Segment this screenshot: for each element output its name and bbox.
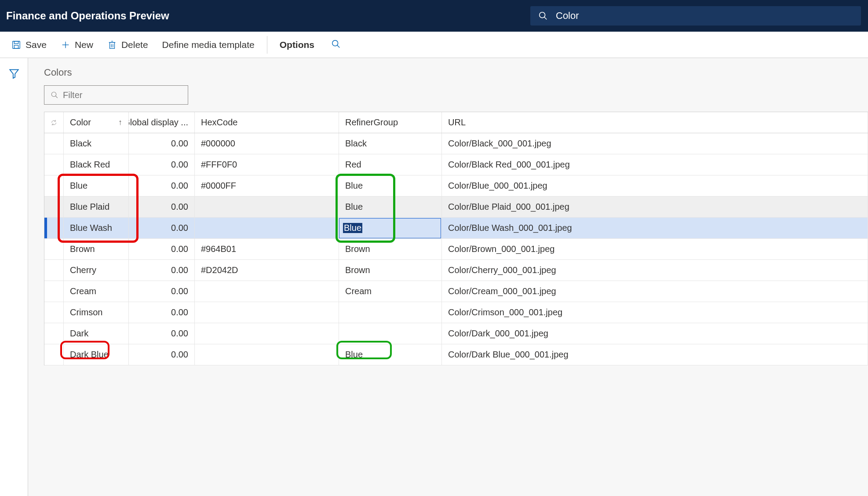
global-search[interactable] <box>530 6 861 26</box>
row-handle[interactable] <box>44 239 64 259</box>
cell-hexcode[interactable]: #FFF0F0 <box>195 154 339 175</box>
table-row[interactable]: Blue Plaid0.00BlueColor/Blue Plaid_000_0… <box>44 197 868 218</box>
cell-url[interactable]: Color/Cream_000_001.jpeg <box>442 281 868 302</box>
table-row[interactable]: Crimson0.00Color/Crimson_000_001.jpeg <box>44 302 868 323</box>
cell-hexcode[interactable] <box>195 344 339 365</box>
column-refiner[interactable]: RefinerGroup <box>339 112 442 133</box>
cell-hexcode[interactable]: #000000 <box>195 133 339 154</box>
options-button[interactable]: Options <box>273 37 321 53</box>
row-handle[interactable] <box>44 197 64 217</box>
cell-hexcode[interactable] <box>195 197 339 217</box>
cell-hexcode[interactable]: #964B01 <box>195 239 339 259</box>
cell-url[interactable]: Color/Cherry_000_001.jpeg <box>442 260 868 281</box>
cell-refiner[interactable]: Brown <box>339 260 442 281</box>
table-row[interactable]: Cherry0.00#D2042DBrownColor/Cherry_000_0… <box>44 260 868 281</box>
delete-button[interactable]: Delete <box>100 37 155 53</box>
cell-refiner[interactable]: Red <box>339 154 442 175</box>
cell-url[interactable]: Color/Blue Wash_000_001.jpeg <box>442 218 868 238</box>
table-row[interactable]: Dark0.00Color/Dark_000_001.jpeg <box>44 323 868 344</box>
cell-color[interactable]: Dark <box>64 323 129 344</box>
cell-hexcode[interactable] <box>195 302 339 323</box>
table-row[interactable]: Cream0.00CreamColor/Cream_000_001.jpeg <box>44 281 868 302</box>
column-global-display-label: Global display ... <box>129 117 188 128</box>
cell-refiner[interactable]: Blue <box>339 197 442 217</box>
cell-global-display[interactable]: 0.00 <box>129 323 195 344</box>
row-handle[interactable] <box>44 154 64 175</box>
cell-url[interactable]: Color/Dark_000_001.jpeg <box>442 323 868 344</box>
cell-color[interactable]: Brown <box>64 239 129 259</box>
cell-refiner[interactable]: Brown <box>339 239 442 259</box>
cell-url[interactable]: Color/Dark Blue_000_001.jpeg <box>442 344 868 365</box>
cell-global-display[interactable]: 0.00 <box>129 239 195 259</box>
row-handle[interactable] <box>44 175 64 196</box>
cell-url[interactable]: Color/Black Red_000_001.jpeg <box>442 154 868 175</box>
column-hexcode[interactable]: HexCode <box>195 112 339 133</box>
column-color[interactable]: Color ↑ <box>64 112 129 133</box>
row-handle[interactable] <box>44 323 64 344</box>
cell-color[interactable]: Black <box>64 133 129 154</box>
cell-color[interactable]: Blue <box>64 175 129 196</box>
action-search-button[interactable] <box>331 39 341 51</box>
refresh-column[interactable] <box>44 112 64 133</box>
cell-color[interactable]: Cream <box>64 281 129 302</box>
cell-global-display[interactable]: 0.00 <box>129 133 195 154</box>
cell-global-display[interactable]: 0.00 <box>129 218 195 238</box>
cell-hexcode[interactable]: #0000FF <box>195 175 339 196</box>
cell-refiner[interactable]: Blue <box>339 344 442 365</box>
table-row[interactable]: Black0.00#000000BlackColor/Black_000_001… <box>44 133 868 154</box>
row-handle[interactable] <box>44 302 64 323</box>
cell-refiner[interactable]: Blue <box>339 175 442 196</box>
cell-refiner[interactable]: Cream <box>339 281 442 302</box>
cell-global-display[interactable]: 0.00 <box>129 281 195 302</box>
cell-color[interactable]: Blue Plaid <box>64 197 129 217</box>
cell-color[interactable]: Black Red <box>64 154 129 175</box>
new-button[interactable]: New <box>54 37 100 53</box>
cell-url[interactable]: Color/Brown_000_001.jpeg <box>442 239 868 259</box>
table-row[interactable]: Blue0.00#0000FFBlueColor/Blue_000_001.jp… <box>44 175 868 197</box>
cell-global-display[interactable]: 0.00 <box>129 154 195 175</box>
cell-hexcode[interactable] <box>195 281 339 302</box>
search-input[interactable] <box>556 10 853 22</box>
table-row[interactable]: Blue Wash0.00BlueColor/Blue Wash_000_001… <box>44 218 868 239</box>
row-handle[interactable] <box>44 260 64 281</box>
column-global-display[interactable]: Global display ... <box>129 112 195 133</box>
funnel-icon[interactable] <box>8 68 20 496</box>
cell-color[interactable]: Dark Blue <box>64 344 129 365</box>
row-handle[interactable] <box>44 281 64 302</box>
cell-color[interactable]: Crimson <box>64 302 129 323</box>
cell-global-display[interactable]: 0.00 <box>129 260 195 281</box>
grid-filter-input[interactable] <box>63 90 182 100</box>
grid-filter[interactable] <box>44 85 188 105</box>
cell-color[interactable]: Cherry <box>64 260 129 281</box>
column-url[interactable]: URL <box>442 112 868 133</box>
svg-rect-3 <box>14 41 18 44</box>
define-media-button[interactable]: Define media template <box>155 37 262 53</box>
cell-refiner[interactable]: Black <box>339 133 442 154</box>
cell-global-display[interactable]: 0.00 <box>129 302 195 323</box>
table-row[interactable]: Black Red0.00#FFF0F0RedColor/Black Red_0… <box>44 154 868 175</box>
cell-url[interactable]: Color/Blue_000_001.jpeg <box>442 175 868 196</box>
cell-color[interactable]: Blue Wash <box>64 218 129 238</box>
trash-icon <box>107 40 117 50</box>
svg-line-16 <box>55 96 58 98</box>
cell-hexcode[interactable] <box>195 323 339 344</box>
cell-url[interactable]: Color/Blue Plaid_000_001.jpeg <box>442 197 868 217</box>
table-row[interactable]: Dark Blue0.00BlueColor/Dark Blue_000_001… <box>44 344 868 365</box>
row-handle[interactable] <box>44 344 64 365</box>
filter-rail <box>0 58 28 496</box>
cell-global-display[interactable]: 0.00 <box>129 197 195 217</box>
cell-url[interactable]: Color/Black_000_001.jpeg <box>442 133 868 154</box>
cell-refiner-editing[interactable]: Blue <box>339 218 442 238</box>
cell-refiner[interactable] <box>339 302 442 323</box>
save-button[interactable]: Save <box>4 37 54 53</box>
cell-url[interactable]: Color/Crimson_000_001.jpeg <box>442 302 868 323</box>
cell-hexcode[interactable]: #D2042D <box>195 260 339 281</box>
cell-global-display[interactable]: 0.00 <box>129 175 195 196</box>
cell-global-display[interactable]: 0.00 <box>129 344 195 365</box>
row-handle[interactable] <box>44 133 64 154</box>
cell-refiner[interactable] <box>339 323 442 344</box>
row-handle[interactable] <box>44 218 64 238</box>
table-row[interactable]: Brown0.00#964B01BrownColor/Brown_000_001… <box>44 239 868 260</box>
cell-hexcode[interactable] <box>195 218 339 238</box>
colors-grid: Color ↑ Global display ... HexCode Refin… <box>44 112 868 365</box>
